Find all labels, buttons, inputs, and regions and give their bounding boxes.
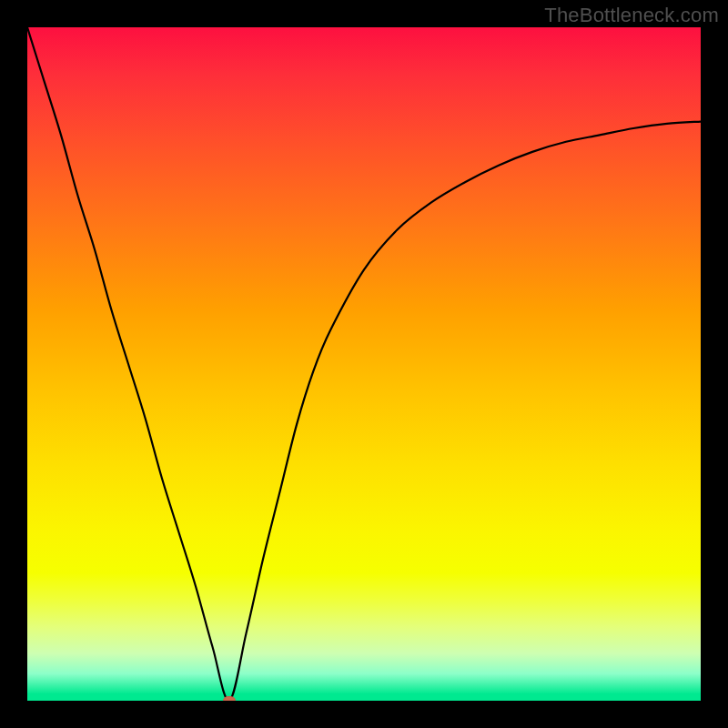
plot-area xyxy=(27,27,701,701)
watermark-text: TheBottleneck.com xyxy=(544,4,719,27)
optimum-marker xyxy=(223,696,236,701)
chart-frame: TheBottleneck.com xyxy=(0,0,728,728)
curve-svg xyxy=(27,27,701,701)
bottleneck-curve xyxy=(27,27,701,701)
